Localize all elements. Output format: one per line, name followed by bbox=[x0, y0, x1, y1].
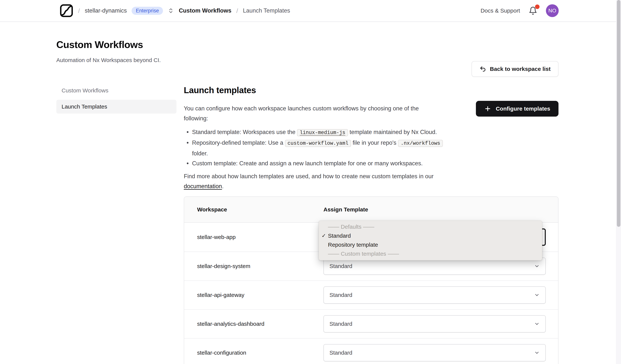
scrollbar-track bbox=[616, 0, 621, 364]
template-select[interactable]: Standard bbox=[324, 315, 546, 332]
nx-cloud-logo-icon[interactable] bbox=[60, 4, 73, 17]
chevron-down-icon bbox=[534, 292, 540, 298]
chevron-down-icon bbox=[534, 321, 540, 327]
main-panel: Launch templates You can configure how e… bbox=[184, 84, 558, 364]
org-switcher-icon[interactable] bbox=[168, 8, 174, 14]
sidebar-item-custom-workflows[interactable]: Custom Workflows bbox=[56, 84, 176, 97]
text-run: template maintained by Nx Cloud. bbox=[348, 129, 437, 135]
workspace-table: Workspace Assign Template stellar-web-ap… bbox=[184, 196, 558, 364]
selected-template: Standard bbox=[329, 321, 352, 327]
breadcrumb: / stellar-dynamics Enterprise Custom Wor… bbox=[60, 4, 290, 17]
table-row: stellar-analytics-dashboardStandard bbox=[184, 309, 558, 338]
template-select[interactable]: Standard bbox=[324, 286, 546, 304]
content: Custom WorkflowsLaunch Templates Launch … bbox=[0, 84, 621, 364]
assign-template-cell: Standard bbox=[324, 315, 546, 332]
breadcrumb-separator: / bbox=[78, 7, 80, 15]
breadcrumb-page: Launch Templates bbox=[243, 7, 290, 14]
workspace-name: stellar-design-system bbox=[197, 263, 324, 269]
avatar[interactable]: NO bbox=[546, 4, 559, 17]
inline-code: .nx/workflows bbox=[398, 140, 443, 147]
column-header-assign-template: Assign Template bbox=[324, 206, 546, 213]
sidebar-item-launch-templates[interactable]: Launch Templates bbox=[56, 100, 176, 114]
docs-support-link[interactable]: Docs & Support bbox=[481, 7, 520, 14]
breadcrumb-org[interactable]: stellar-dynamics bbox=[85, 7, 127, 14]
template-dropdown-menu: —— Defaults ——✓StandardRepository templa… bbox=[319, 221, 542, 260]
selected-template: Standard bbox=[329, 263, 352, 269]
section-title: Launch templates bbox=[184, 85, 558, 95]
template-select[interactable]: Standard bbox=[324, 344, 546, 361]
chevron-down-icon bbox=[534, 263, 540, 269]
back-to-workspace-list-button[interactable]: Back to workspace list bbox=[472, 61, 558, 77]
template-option-bullet: Custom template: Create and assign a new… bbox=[184, 158, 558, 168]
text-run: Repository-defined template: Use a bbox=[192, 140, 285, 146]
text-run: You can configure how each workspace lau… bbox=[184, 105, 419, 112]
template-option-bullet: Standard template: Workspaces use the li… bbox=[184, 127, 558, 138]
workspace-name: stellar-analytics-dashboard bbox=[197, 321, 324, 327]
workspace-name: stellar-configuration bbox=[197, 349, 324, 356]
table-row: stellar-configurationStandard bbox=[184, 338, 558, 364]
text-run: . bbox=[222, 183, 224, 190]
workspace-name: stellar-web-app bbox=[197, 234, 324, 240]
template-options-list: Standard template: Workspaces use the li… bbox=[184, 127, 558, 168]
dropdown-option: —— Custom templates —— bbox=[319, 249, 542, 258]
table-header: Workspace Assign Template bbox=[184, 197, 558, 223]
dropdown-option: —— Defaults —— bbox=[319, 222, 542, 231]
text-run: Standard template: Workspaces use the bbox=[192, 129, 297, 135]
inline-code: linux-medium-js bbox=[297, 129, 348, 136]
enterprise-badge: Enterprise bbox=[132, 7, 163, 15]
text-run: folder. bbox=[192, 150, 208, 157]
configure-templates-label: Configure templates bbox=[496, 106, 550, 112]
documentation-link[interactable]: documentation bbox=[184, 183, 222, 190]
dropdown-option[interactable]: Repository template bbox=[319, 240, 542, 249]
assign-template-cell: Standard bbox=[324, 344, 546, 361]
scrollbar-thumb[interactable] bbox=[617, 0, 621, 227]
page-title: Custom Workflows bbox=[56, 39, 558, 50]
topbar-actions: Docs & Support NO bbox=[481, 4, 559, 17]
page-header: Custom Workflows Automation of Nx Worksp… bbox=[0, 39, 621, 63]
breadcrumb-section[interactable]: Custom Workflows bbox=[179, 7, 231, 14]
text-run: file in your repo's bbox=[351, 140, 398, 146]
configure-templates-button[interactable]: Configure templates bbox=[476, 101, 558, 117]
back-button-label: Back to workspace list bbox=[490, 66, 551, 72]
assign-template-cell: Standard bbox=[324, 286, 546, 304]
text-run: Find more about how launch templates are… bbox=[184, 173, 433, 180]
dropdown-option[interactable]: ✓Standard bbox=[319, 231, 542, 240]
notification-dot-icon bbox=[535, 4, 539, 9]
notifications-button[interactable] bbox=[529, 6, 537, 15]
table-row: stellar-api-gatewayStandard bbox=[184, 280, 558, 309]
check-icon: ✓ bbox=[322, 231, 326, 240]
column-header-workspace: Workspace bbox=[197, 206, 324, 213]
inline-code: custom-workflow.yaml bbox=[285, 140, 351, 147]
template-option-bullet: Repository-defined template: Use a custo… bbox=[184, 138, 558, 158]
topbar: / stellar-dynamics Enterprise Custom Wor… bbox=[0, 0, 621, 22]
chevron-down-icon bbox=[534, 350, 540, 356]
sidebar: Custom WorkflowsLaunch Templates bbox=[56, 84, 176, 114]
selected-template: Standard bbox=[329, 349, 352, 356]
selected-template: Standard bbox=[329, 292, 352, 298]
docs-paragraph: Find more about how launch templates are… bbox=[184, 171, 558, 191]
workspace-name: stellar-api-gateway bbox=[197, 292, 324, 298]
breadcrumb-separator: / bbox=[236, 7, 238, 15]
text-run: following: bbox=[184, 115, 208, 122]
text-run: Custom template: Create and assign a new… bbox=[192, 160, 423, 167]
